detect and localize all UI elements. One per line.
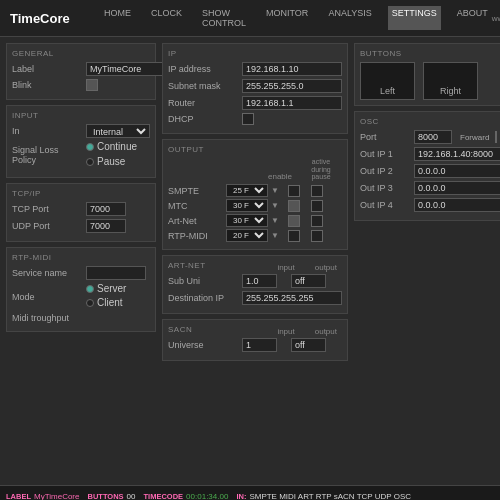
blink-row: Blink bbox=[12, 79, 150, 91]
rtpmidi-enable-checkbox[interactable] bbox=[288, 230, 300, 242]
smpte-enable-checkbox[interactable] bbox=[288, 185, 300, 197]
continue-row: Continue bbox=[86, 141, 137, 152]
input-section: INPUT In Internal Signal Loss Policy Con… bbox=[6, 105, 156, 178]
smpte-fps-select[interactable]: 25 FPS30 FPS bbox=[226, 184, 268, 197]
out-ip1-input[interactable] bbox=[414, 147, 500, 161]
rtp-midi-row-label: RTP-MIDI bbox=[168, 231, 223, 241]
in-row: In Internal bbox=[12, 124, 150, 138]
right-button[interactable]: Right bbox=[423, 62, 478, 100]
mtc-fps-select[interactable]: 30 FPS25 FPS bbox=[226, 199, 268, 212]
subnet-row: Subnet mask bbox=[168, 79, 342, 93]
mtc-active-checkbox[interactable] bbox=[311, 200, 323, 212]
osc-port-label: Port bbox=[360, 132, 410, 142]
pause-radio[interactable] bbox=[86, 158, 94, 166]
label-row: Label bbox=[12, 62, 150, 76]
nav-show-control[interactable]: SHOW CONTROL bbox=[198, 6, 250, 30]
label-field-label: Label bbox=[12, 64, 82, 74]
out-ip2-input[interactable] bbox=[414, 164, 500, 178]
dhcp-checkbox[interactable] bbox=[242, 113, 254, 125]
subnet-input[interactable] bbox=[242, 79, 342, 93]
artnet-active-checkbox[interactable] bbox=[311, 215, 323, 227]
status-in-item: IN: SMPTE MIDI ART RTP sACN TCP UDP OSC bbox=[236, 492, 411, 500]
nav-clock[interactable]: CLOCK bbox=[147, 6, 186, 30]
output-section: OUTPUT enable active during pause SMPTE … bbox=[162, 139, 348, 250]
universe-input[interactable] bbox=[242, 338, 277, 352]
output-col-headers: enable active during pause bbox=[266, 158, 342, 181]
sacn-title: SACN bbox=[168, 325, 192, 334]
ip-section: IP IP address Subnet mask Router DHCP bbox=[162, 43, 348, 134]
out-ip4-label: Out IP 4 bbox=[360, 200, 410, 210]
throughput-label: Midi troughput bbox=[12, 313, 82, 323]
dhcp-label: DHCP bbox=[168, 114, 238, 124]
blink-checkbox[interactable] bbox=[86, 79, 98, 91]
mtc-arrow: ▼ bbox=[271, 201, 279, 210]
out-ip2-row: Out IP 2 bbox=[360, 164, 498, 178]
input-title: INPUT bbox=[12, 111, 150, 120]
mtc-enable-checkbox[interactable] bbox=[288, 200, 300, 212]
osc-port-input[interactable] bbox=[414, 130, 452, 144]
buttons-title: BUTTONS bbox=[360, 49, 498, 58]
right-button-label: Right bbox=[440, 86, 461, 96]
in-items: SMPTE MIDI ART RTP sACN TCP UDP OSC bbox=[249, 492, 411, 500]
continue-radio[interactable] bbox=[86, 143, 94, 151]
sacn-section: SACN input output Universe bbox=[162, 319, 348, 361]
rtpmidi-fps-select[interactable]: 20 FPS30 FPS bbox=[226, 229, 268, 242]
status-bar: LABEL MyTimeCore BUTTONS 00 TIMECODE 00:… bbox=[0, 485, 500, 500]
nav-about[interactable]: ABOUT bbox=[453, 6, 492, 30]
rtpmidi-active-checkbox[interactable] bbox=[311, 230, 323, 242]
tcp-port-row: TCP Port bbox=[12, 202, 150, 216]
top-bar: TimeCore HOME CLOCK SHOW CONTROL MONITOR… bbox=[0, 0, 500, 37]
sub-uni-output[interactable] bbox=[291, 274, 326, 288]
sub-uni-input[interactable] bbox=[242, 274, 277, 288]
universe-output[interactable] bbox=[291, 338, 326, 352]
server-label: Server bbox=[97, 283, 126, 294]
forward-checkbox[interactable] bbox=[495, 131, 497, 143]
label-value: MyTimeCore bbox=[34, 492, 79, 500]
label-input[interactable] bbox=[86, 62, 166, 76]
mode-label: Mode bbox=[12, 292, 82, 302]
tcp-port-label: TCP Port bbox=[12, 204, 82, 214]
osc-section: OSC Port Forward Out IP 1 Out IP 2 Out I… bbox=[354, 111, 500, 221]
out-ip3-input[interactable] bbox=[414, 181, 500, 195]
client-radio[interactable] bbox=[86, 299, 94, 307]
sacn-input-label: input bbox=[277, 327, 294, 336]
ip-address-input[interactable] bbox=[242, 62, 342, 76]
dest-ip-input[interactable] bbox=[242, 291, 342, 305]
left-button-label: Left bbox=[380, 86, 395, 96]
artnet-row-label: Art-Net bbox=[168, 216, 223, 226]
router-label: Router bbox=[168, 98, 238, 108]
osc-port-row: Port Forward bbox=[360, 130, 498, 144]
nav-settings[interactable]: SETTINGS bbox=[388, 6, 441, 30]
rtpmidi-arrow: ▼ bbox=[271, 231, 279, 240]
udp-port-input[interactable] bbox=[86, 219, 126, 233]
website-label: www.visualproductions.nl bbox=[492, 14, 500, 23]
router-row: Router bbox=[168, 96, 342, 110]
out-ip4-input[interactable] bbox=[414, 198, 500, 212]
pause-label: Pause bbox=[97, 156, 125, 167]
nav-monitor[interactable]: MONITOR bbox=[262, 6, 312, 30]
smpte-active-checkbox[interactable] bbox=[311, 185, 323, 197]
service-name-input[interactable] bbox=[86, 266, 146, 280]
nav-analysis[interactable]: ANALYSIS bbox=[324, 6, 375, 30]
client-label: Client bbox=[97, 297, 123, 308]
left-button[interactable]: Left bbox=[360, 62, 415, 100]
server-radio[interactable] bbox=[86, 285, 94, 293]
tcp-port-input[interactable] bbox=[86, 202, 126, 216]
right-column: BUTTONS Left Right OSC Port Forward bbox=[354, 43, 500, 479]
mode-row: Mode Server Client bbox=[12, 283, 150, 310]
ip-address-row: IP address bbox=[168, 62, 342, 76]
rtp-midi-title: RTP-MIDI bbox=[12, 253, 150, 262]
status-label-item: LABEL MyTimeCore bbox=[6, 492, 79, 500]
pause-row: Pause bbox=[86, 156, 137, 167]
blink-label: Blink bbox=[12, 80, 82, 90]
nav-home[interactable]: HOME bbox=[100, 6, 135, 30]
out-ip4-row: Out IP 4 bbox=[360, 198, 498, 212]
artnet-fps-select[interactable]: 30 FPS25 FPS bbox=[226, 214, 268, 227]
mid-column: IP IP address Subnet mask Router DHCP OU… bbox=[162, 43, 348, 479]
status-timecode-item: TIMECODE 00:01:34.00 bbox=[144, 492, 229, 500]
in-select[interactable]: Internal bbox=[86, 124, 150, 138]
artnet-arrow: ▼ bbox=[271, 216, 279, 225]
artnet-enable-checkbox[interactable] bbox=[288, 215, 300, 227]
artnet-section: ART-NET input output Sub Uni Destination… bbox=[162, 255, 348, 314]
router-input[interactable] bbox=[242, 96, 342, 110]
